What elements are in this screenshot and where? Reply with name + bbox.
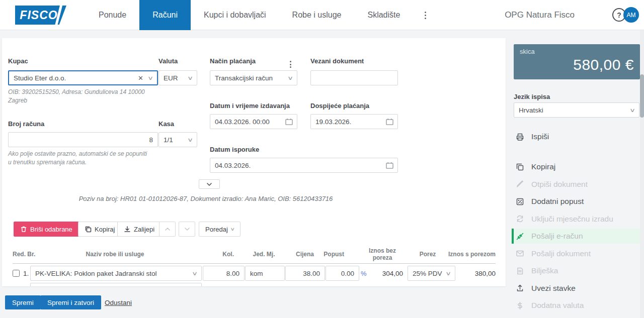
jezik-ispisa-value: Hrvatski [519, 107, 543, 114]
col-iznos-bez-poreza: Iznos bez poreza [360, 247, 405, 261]
vezani-dokument-input[interactable] [310, 70, 398, 85]
nav-skladiste[interactable]: Skladište [354, 0, 413, 30]
broj-racuna-hint: Ako polje ostavite prazno, automatski će… [8, 150, 174, 167]
avatar[interactable]: AM [623, 7, 639, 23]
nav-ponude[interactable]: Ponude [86, 0, 139, 30]
valuta-value: EUR [164, 74, 178, 82]
paste-icon [124, 226, 131, 233]
paste-rows-label: Zalijepi [134, 226, 154, 233]
datum-izdavanja-input[interactable] [210, 114, 297, 129]
kupac-clear-icon[interactable]: ✕ [138, 74, 143, 82]
broj-racuna-label: Broj računa [8, 120, 44, 128]
valuta-select[interactable]: EUR ∨ [158, 70, 197, 85]
sidebar-send-e-invoice-label: Pošalji e-račun [531, 232, 583, 241]
chevron-down-icon: ∨ [187, 75, 193, 81]
row-discount-unit[interactable]: % [361, 270, 367, 277]
calendar-icon[interactable] [386, 162, 393, 169]
jezik-ispisa-select[interactable]: Hrvatski ∨ [514, 102, 639, 118]
kasa-value: 1/1 [164, 136, 173, 144]
paste-rows-button[interactable]: Zalijepi [117, 222, 161, 237]
datum-isporuke-label: Datum isporuke [210, 146, 259, 153]
col-naziv: Naziv robe ili usluge [30, 251, 200, 258]
note-icon [516, 267, 524, 275]
kasa-select[interactable]: 1/1 ∨ [158, 132, 197, 147]
sidebar-print[interactable]: Ispiši [512, 129, 640, 144]
sidebar-copy[interactable]: Kopiraj [512, 159, 640, 174]
sidebar-recurring-label: Uključi mjesečnu izradu [531, 215, 613, 224]
save-and-close-button[interactable]: Spremi i zatvori [40, 295, 101, 309]
trash-icon [20, 226, 27, 233]
chevron-up-icon [165, 227, 170, 232]
fisco-logo[interactable]: FISCO [15, 6, 66, 25]
datum-izdavanja-label: Datum i vrijeme izdavanja [210, 102, 290, 110]
kupac-hint: OIB: 39202515250, Adresa: Gunduliceva 14… [8, 88, 159, 105]
row-checkbox[interactable] [13, 270, 20, 277]
pencil-icon [516, 180, 524, 188]
kasa-label: Kasa [158, 120, 174, 128]
chevron-down-icon [207, 182, 212, 187]
calendar-icon[interactable] [386, 118, 393, 125]
main-nav: Ponude Računi Kupci i dobavljači Robe i … [86, 0, 430, 30]
kupac-select[interactable]: Studio Eter d.o.o. ✕ ∨ [8, 70, 158, 85]
row-price-input[interactable] [285, 266, 325, 281]
kupac-label: Kupac [8, 57, 28, 65]
envelope-icon [516, 249, 524, 258]
sidebar-recurring[interactable]: Uključi mjesečnu izradu [512, 211, 640, 227]
dospijece-placanja-input[interactable] [310, 114, 398, 129]
sidebar-copy-label: Kopiraj [531, 162, 555, 171]
row-item-select-next[interactable] [30, 283, 202, 286]
nav-robe-i-usluge[interactable]: Robe i usluge [279, 0, 355, 30]
sidebar-extra-discount[interactable]: Dodatni popust [512, 194, 640, 209]
document-footnote: Poziv na broj: HR01 01-01012026-87, Doku… [2, 195, 410, 202]
expand-more-button[interactable] [199, 179, 220, 189]
copy-rows-button[interactable]: Kopiraj [78, 222, 121, 237]
row-item-select[interactable]: PK-VELIKA: Poklon paket Jadranski stol ∨ [30, 266, 202, 281]
sidebar-extra-currency[interactable]: Dodatna valuta [512, 298, 640, 313]
row-unit-input[interactable] [245, 266, 285, 281]
chevron-down-icon: ∨ [230, 227, 235, 232]
upload-icon [516, 284, 524, 292]
scrollbar-thumb[interactable] [640, 74, 644, 118]
nacin-placanja-more-icon[interactable] [288, 59, 293, 69]
nacin-placanja-select[interactable]: Transakcijski račun ∨ [210, 70, 297, 85]
save-button[interactable]: Spremi [5, 295, 41, 309]
sidebar-note[interactable]: Bilješka [512, 263, 640, 278]
sort-label: Poredaj [205, 226, 228, 233]
move-row-down-button[interactable] [179, 222, 195, 237]
col-cijena: Cijena [285, 251, 314, 258]
sidebar-send-e-invoice[interactable]: Pošalji e-račun [512, 229, 640, 244]
col-porez: Porez [408, 251, 448, 258]
datum-isporuke-input[interactable] [210, 158, 398, 173]
delete-selected-label: Briši odabrane [30, 226, 72, 233]
delete-selected-button[interactable]: Briši odabrane [14, 222, 79, 237]
fisco-logo-text: FISCO [20, 9, 61, 22]
dospijece-placanja-label: Dospijeće plaćanja [310, 102, 369, 110]
vezani-dokument-label: Vezani dokument [310, 57, 364, 65]
row-tax-select[interactable]: 25% PDV ∨ [408, 266, 455, 281]
col-iznos-s-porezom: Iznos s porezom [443, 251, 496, 258]
cancel-link[interactable]: Odustani [105, 299, 132, 306]
nav-kupci-i-dobavljaci[interactable]: Kupci i dobavljači [191, 0, 279, 30]
row-discount-input[interactable] [326, 266, 359, 281]
sidebar-send-document[interactable]: Pošalji dokument [512, 246, 640, 261]
nav-more-icon[interactable] [420, 0, 430, 30]
sidebar-import-items[interactable]: Uvezi stavke [512, 281, 640, 296]
page-scrollbar[interactable] [640, 30, 644, 318]
copy-icon [516, 163, 524, 171]
chevron-down-icon: ∨ [629, 107, 635, 114]
chevron-down-icon[interactable]: ∨ [147, 75, 153, 81]
copy-icon [85, 226, 92, 233]
sidebar-extra-discount-label: Dodatni popust [531, 197, 584, 206]
move-row-up-button[interactable] [159, 222, 176, 237]
sort-button[interactable]: Poredaj ∨ [199, 222, 240, 237]
row-qty-input[interactable] [203, 266, 245, 281]
invoice-form-card: Kupac Studio Eter d.o.o. ✕ ∨ Valuta EUR … [2, 38, 506, 286]
chevron-down-icon: ∨ [187, 137, 193, 143]
sidebar-write-off[interactable]: Otpiši dokument [512, 177, 640, 192]
row-item-name: PK-VELIKA: Poklon paket Jadranski stol [35, 270, 157, 277]
chevron-down-icon [185, 227, 190, 232]
top-bar: FISCO Ponude Računi Kupci i dobavljači R… [0, 0, 644, 30]
calendar-icon[interactable] [285, 118, 293, 125]
nav-racuni[interactable]: Računi [139, 0, 191, 30]
broj-racuna-input[interactable] [8, 132, 158, 147]
